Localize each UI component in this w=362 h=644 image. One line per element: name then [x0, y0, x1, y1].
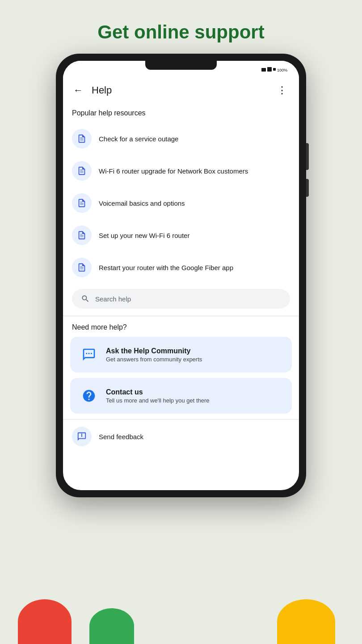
- app-bar-title: Help: [92, 85, 112, 96]
- svg-rect-1: [267, 67, 272, 72]
- more-dots-icon: ⋮: [277, 85, 287, 96]
- need-more-label: Need more help?: [63, 316, 299, 337]
- search-bar[interactable]: Search help: [72, 289, 290, 309]
- resource-text-1: Check for a service outage: [99, 134, 178, 144]
- deco-green-shape: [89, 608, 134, 644]
- contact-icon: [79, 386, 99, 406]
- document-icon-5: [77, 263, 87, 272]
- more-menu-button[interactable]: ⋮: [274, 82, 290, 98]
- search-bar-container: Search help: [63, 284, 299, 316]
- resource-text-4: Set up your new Wi-Fi 6 router: [99, 231, 189, 240]
- status-icons: 100%: [261, 67, 288, 73]
- document-icon-4: [77, 230, 87, 240]
- community-icon: [79, 345, 99, 364]
- chat-icon: [82, 347, 96, 362]
- resource-icon-4: [72, 225, 92, 245]
- svg-rect-0: [261, 68, 266, 72]
- feedback-icon: [77, 432, 87, 441]
- document-icon: [77, 134, 87, 144]
- resource-item-1[interactable]: Check for a service outage: [63, 123, 299, 155]
- feedback-item[interactable]: Send feedback: [63, 419, 299, 453]
- contact-card-subtitle: Tell us more and we'll help you get ther…: [106, 397, 210, 404]
- document-icon-2: [77, 166, 87, 176]
- resource-text-3: Voicemail basics and options: [99, 199, 185, 208]
- phone-notch: [145, 61, 217, 70]
- page-title: Get online support: [0, 0, 362, 54]
- community-card-text: Ask the Help Community Get answers from …: [106, 347, 202, 363]
- phone-side-button: [306, 143, 309, 170]
- resource-text-2: Wi-Fi 6 router upgrade for Network Box c…: [99, 166, 248, 176]
- svg-text:100%: 100%: [277, 68, 287, 72]
- phone-screen: 100% ← Help ⋮ Popular help: [63, 61, 299, 490]
- contact-card-text: Contact us Tell us more and we'll help y…: [106, 388, 210, 404]
- deco-red-shape: [18, 599, 72, 644]
- back-arrow-icon: ←: [73, 85, 83, 96]
- popular-section-label: Popular help resources: [63, 106, 299, 123]
- resource-icon-1: [72, 129, 92, 148]
- deco-yellow-shape: [277, 599, 335, 644]
- resource-icon-2: [72, 161, 92, 181]
- community-card-title: Ask the Help Community: [106, 347, 202, 355]
- community-card-subtitle: Get answers from community experts: [106, 356, 202, 363]
- document-icon-3: [77, 198, 87, 208]
- resource-icon-3: [72, 193, 92, 213]
- bottom-decorations: [0, 590, 362, 644]
- resource-item-5[interactable]: Restart your router with the Google Fibe…: [63, 251, 299, 284]
- resource-icon-5: [72, 258, 92, 277]
- search-icon: [81, 294, 90, 303]
- phone-frame: 100% ← Help ⋮ Popular help: [56, 54, 306, 497]
- back-button[interactable]: ←: [70, 82, 86, 98]
- phone-side-button-2: [306, 179, 309, 197]
- feedback-icon-wrap: [72, 427, 92, 446]
- app-bar: ← Help ⋮: [63, 79, 299, 106]
- app-bar-left: ← Help: [70, 82, 112, 98]
- community-card[interactable]: Ask the Help Community Get answers from …: [70, 337, 292, 373]
- resource-item-3[interactable]: Voicemail basics and options: [63, 187, 299, 219]
- contact-card[interactable]: Contact us Tell us more and we'll help y…: [70, 378, 292, 414]
- svg-rect-2: [273, 68, 276, 71]
- resource-item-2[interactable]: Wi-Fi 6 router upgrade for Network Box c…: [63, 155, 299, 187]
- support-icon: [82, 389, 96, 403]
- resource-item-4[interactable]: Set up your new Wi-Fi 6 router: [63, 219, 299, 251]
- feedback-label: Send feedback: [99, 433, 143, 441]
- search-placeholder: Search help: [95, 295, 131, 303]
- resource-text-5: Restart your router with the Google Fibe…: [99, 263, 233, 272]
- contact-card-title: Contact us: [106, 388, 210, 396]
